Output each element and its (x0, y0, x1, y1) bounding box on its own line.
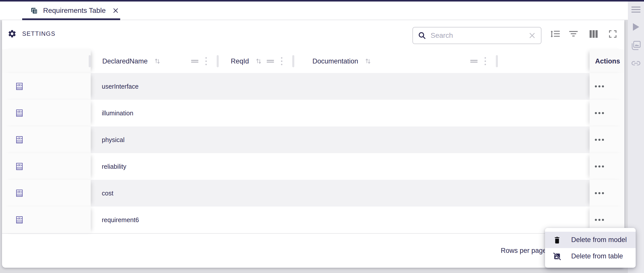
row-actions-icon[interactable] (593, 190, 606, 196)
header-cell-row-icon (2, 49, 91, 73)
row-actions-icon[interactable] (593, 137, 606, 143)
column-title: DeclaredName (102, 57, 148, 65)
resize-handle-icon[interactable] (191, 59, 199, 63)
search-input[interactable] (430, 31, 528, 40)
tab-bar: Requirements Table (0, 2, 644, 20)
table-row[interactable]: <R> requirement6 (2, 207, 624, 233)
svg-text:<R>: <R> (17, 83, 22, 87)
cell-declaredname: requirement6 (91, 216, 139, 224)
table-row[interactable]: <R> illumination (2, 100, 624, 126)
menu-item-delete-from-table[interactable]: Delete from table (545, 248, 636, 264)
clear-search-icon[interactable] (528, 32, 536, 39)
requirement-icon: <R> (16, 216, 23, 224)
column-divider[interactable] (89, 55, 91, 67)
header-cell-spacer (498, 49, 590, 73)
table-body: <R> userInterface (2, 73, 624, 233)
active-tab-underline (22, 18, 120, 20)
table-row[interactable]: <R> cost (2, 180, 624, 207)
sort-icon[interactable] (365, 58, 371, 64)
header-cell-declaredname[interactable]: DeclaredName (91, 49, 219, 73)
column-title: Documentation (312, 57, 358, 65)
menu-item-label: Delete from model (571, 236, 627, 244)
requirement-icon: <R> (16, 136, 23, 144)
table-row[interactable]: <R> userInterface (2, 73, 624, 100)
columns-icon[interactable] (589, 29, 599, 39)
requirements-table-icon (31, 7, 38, 14)
resize-handle-icon[interactable] (267, 59, 274, 63)
tab-close-icon[interactable] (112, 7, 119, 14)
menu-item-delete-from-model[interactable]: Delete from model (545, 232, 636, 248)
cell-declaredname: physical (91, 136, 124, 144)
column-title: ReqId (231, 57, 249, 65)
play-icon[interactable] (632, 23, 640, 31)
requirement-icon: <R> (16, 83, 23, 90)
settings-button[interactable]: SETTINGS (8, 29, 55, 38)
table-row[interactable]: <R> reliability (2, 153, 624, 180)
gear-icon (8, 29, 17, 38)
table-header: DeclaredName (2, 49, 624, 73)
settings-label: SETTINGS (22, 30, 55, 37)
row-actions-icon[interactable] (593, 84, 606, 89)
svg-text:<R>: <R> (17, 217, 22, 220)
requirements-table-panel: SETTINGS (2, 20, 624, 268)
resize-handle-icon[interactable] (470, 59, 478, 63)
row-actions-icon[interactable] (593, 164, 606, 169)
link-icon[interactable] (631, 60, 641, 66)
tab-label: Requirements Table (43, 7, 106, 15)
requirement-icon: <R> (16, 109, 23, 117)
header-cell-actions: Actions (590, 49, 624, 73)
row-context-menu: Delete from model Delete from table (545, 228, 636, 268)
tab-requirements-table[interactable]: Requirements Table (22, 2, 120, 20)
column-divider[interactable] (292, 55, 294, 67)
column-menu-icon[interactable] (281, 57, 283, 65)
images-icon[interactable] (630, 40, 641, 51)
table-footer: Rows per page (2, 233, 624, 268)
row-actions-icon[interactable] (593, 217, 606, 223)
menu-item-label: Delete from table (571, 252, 623, 260)
cell-declaredname: userInterface (91, 83, 139, 90)
table-toolbar: SETTINGS (2, 20, 624, 49)
top-accent-bar (0, 0, 644, 2)
header-cell-documentation[interactable]: Documentation (294, 49, 498, 73)
filter-icon[interactable] (568, 29, 578, 39)
svg-text:<R>: <R> (17, 137, 22, 140)
search-box (412, 27, 541, 44)
requirement-icon: <R> (16, 189, 23, 197)
sort-icon[interactable] (154, 58, 161, 64)
svg-text:<R>: <R> (17, 110, 22, 113)
column-menu-icon[interactable] (205, 57, 207, 65)
svg-text:<R>: <R> (17, 190, 22, 193)
row-height-icon[interactable] (550, 29, 560, 39)
column-divider[interactable] (496, 55, 498, 67)
cell-declaredname: cost (91, 190, 113, 197)
row-actions-icon[interactable] (593, 110, 606, 116)
column-divider[interactable] (217, 55, 219, 67)
sort-icon[interactable] (255, 58, 262, 64)
hide-image-icon (553, 253, 561, 260)
requirement-icon: <R> (16, 163, 23, 170)
actions-column-title: Actions (595, 57, 620, 65)
header-cell-reqid[interactable]: ReqId (219, 49, 294, 73)
table-row[interactable]: <R> physical (2, 126, 624, 153)
trash-icon (553, 236, 561, 244)
cell-declaredname: illumination (91, 110, 133, 117)
column-menu-icon[interactable] (484, 57, 486, 65)
svg-text:<R>: <R> (17, 163, 22, 167)
fullscreen-icon[interactable] (608, 29, 618, 39)
rows-per-page-label: Rows per page (501, 247, 546, 255)
cell-declaredname: reliability (91, 163, 126, 170)
search-icon (418, 31, 426, 40)
menu-icon[interactable] (631, 6, 640, 13)
